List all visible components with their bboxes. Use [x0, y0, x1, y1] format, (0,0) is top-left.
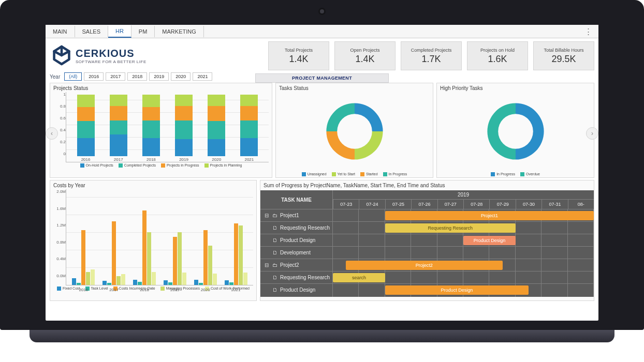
gantt-bar[interactable]: Product Design: [385, 285, 529, 295]
kpi-open-projects: Open Projects1.4K: [334, 41, 396, 70]
gantt-row[interactable]: 🗋Requesting Research: [260, 271, 332, 283]
carousel-next-icon[interactable]: ›: [586, 127, 598, 140]
gantt-bar[interactable]: Product Design: [463, 236, 516, 245]
tab-sales[interactable]: SALES: [75, 26, 108, 37]
tab-hr[interactable]: HR: [108, 25, 131, 38]
file-icon: 🗋: [272, 225, 278, 231]
tab-bar: MAIN SALES HR PM MARKETING ⋮: [46, 25, 598, 38]
year-all[interactable]: (All): [64, 72, 82, 81]
brand-tagline: SOFTWARE FOR A BETTER LIFE: [76, 59, 147, 64]
folder-icon: 🗀: [272, 213, 278, 218]
carousel-prev-icon[interactable]: ‹: [46, 127, 58, 140]
gantt-row[interactable]: ⊟🗀Project1: [260, 209, 332, 221]
gantt-bar[interactable]: Requesting Research: [385, 223, 516, 233]
year-2016[interactable]: 2016: [84, 72, 104, 81]
kpi-projects-on-hold: Projects on Hold1.6K: [467, 41, 528, 70]
gantt-bar[interactable]: search: [333, 273, 385, 282]
panel-gantt: Sum of Progress by ProjectName, TaskName…: [260, 180, 594, 301]
pm-banner: PROJECT MANAGEMENT: [255, 73, 389, 83]
gantt-row[interactable]: 🗋Product Design: [260, 283, 332, 296]
file-icon: 🗋: [272, 287, 278, 293]
gantt-col-header: TASK NAME: [260, 190, 332, 209]
projects-status-title: Projects Status: [53, 85, 269, 91]
gantt-title: Sum of Progress by ProjectName, TaskName…: [260, 180, 594, 190]
kpi-total-projects: Total Projects1.4K: [268, 41, 329, 70]
costs-title: Costs by Year: [53, 183, 253, 188]
gantt-row[interactable]: 🗋Requesting Research: [260, 221, 332, 234]
panel-high-priority: High Priority Tasks In Progress Overdue: [436, 83, 594, 178]
panel-projects-status: Projects Status 10.80.60.40.20 201620172…: [50, 83, 272, 178]
tab-pm[interactable]: PM: [131, 26, 155, 37]
file-icon: 🗋: [272, 275, 278, 280]
panel-tasks-status: Tasks Status Unassigned Yet to Start Sta…: [275, 83, 433, 178]
collapse-icon[interactable]: ⊟: [264, 213, 270, 218]
logo-icon: [51, 44, 72, 67]
year-2019[interactable]: 2019: [149, 72, 169, 81]
gantt-bar[interactable]: Project2: [346, 261, 502, 270]
brand-name: CERKIOUS: [76, 48, 147, 59]
year-2018[interactable]: 2018: [127, 72, 147, 81]
collapse-icon[interactable]: ⊟: [264, 262, 270, 268]
gantt-row[interactable]: 🗋Product Design: [260, 234, 332, 246]
gantt-row[interactable]: ⊟🗀Project2: [260, 259, 332, 271]
overflow-menu-icon[interactable]: ⋮: [578, 27, 598, 36]
year-2020[interactable]: 2020: [171, 72, 191, 81]
tab-main[interactable]: MAIN: [46, 26, 75, 37]
brand-logo: CERKIOUS SOFTWARE FOR A BETTER LIFE: [50, 41, 149, 70]
gantt-year: 2019: [333, 190, 594, 200]
tab-marketing[interactable]: MARKETING: [155, 26, 203, 37]
file-icon: 🗋: [272, 237, 278, 243]
kpi-billable-hours: Total Billable Hours29.5K: [533, 41, 594, 70]
tasks-status-title: Tasks Status: [279, 85, 430, 91]
file-icon: 🗋: [272, 250, 278, 255]
folder-icon: 🗀: [272, 262, 278, 268]
year-2017[interactable]: 2017: [106, 72, 125, 81]
year-filter-label: Year: [50, 74, 60, 80]
high-priority-title: High Priority Tasks: [440, 85, 591, 91]
gantt-row[interactable]: 🗋Development: [260, 246, 332, 259]
panel-costs: Costs by Year 2.0M1.6M1.2M0.8M0.4M0.0M 2…: [50, 180, 257, 301]
kpi-completed-projects: Completed Projects1.7K: [401, 41, 462, 70]
gantt-bar[interactable]: Project1: [385, 211, 594, 220]
year-2021[interactable]: 2021: [193, 72, 212, 81]
